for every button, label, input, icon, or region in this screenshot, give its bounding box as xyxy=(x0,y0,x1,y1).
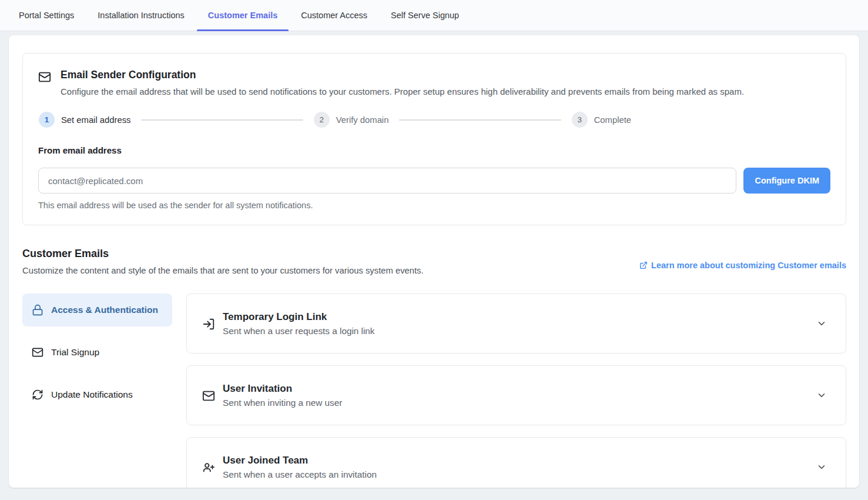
mail-icon xyxy=(38,71,51,96)
tab-bar: Portal Settings Installation Instruction… xyxy=(0,0,868,31)
customer-emails-title: Customer Emails xyxy=(22,248,424,260)
tab-portal-settings[interactable]: Portal Settings xyxy=(8,0,85,31)
email-sender-description: Configure the email address that will be… xyxy=(61,86,744,96)
step-label: Complete xyxy=(594,115,631,125)
template-subtitle: Sent when a user requests a login link xyxy=(223,326,809,336)
sidebar-item-access-authentication[interactable]: Access & Authentication xyxy=(22,294,172,326)
template-title: User Invitation xyxy=(223,383,809,395)
mail-icon xyxy=(32,346,43,358)
template-card-user-invitation[interactable]: User Invitation Sent when inviting a new… xyxy=(186,365,846,425)
learn-more-link[interactable]: Learn more about customizing Customer em… xyxy=(639,261,846,270)
tab-installation-instructions[interactable]: Installation Instructions xyxy=(86,0,196,31)
from-email-label: From email address xyxy=(38,145,830,155)
step-verify-domain: 2 Verify domain xyxy=(314,112,389,128)
step-number: 1 xyxy=(39,112,55,128)
refresh-icon xyxy=(32,389,43,401)
from-email-helper-text: This email address will be used as the s… xyxy=(38,201,830,210)
configure-dkim-button[interactable]: Configure DKIM xyxy=(743,168,830,194)
email-category-sidebar: Access & Authentication Trial Signup Upd… xyxy=(22,294,172,488)
email-sender-card: Email Sender Configuration Configure the… xyxy=(22,53,846,225)
tab-customer-access[interactable]: Customer Access xyxy=(290,0,378,31)
sidebar-item-label: Update Notifications xyxy=(51,388,133,402)
template-subtitle: Sent when inviting a new user xyxy=(223,398,809,408)
sidebar-item-label: Trial Signup xyxy=(51,345,99,359)
external-link-icon xyxy=(639,261,648,269)
learn-more-label: Learn more about customizing Customer em… xyxy=(651,261,846,270)
template-title: User Joined Team xyxy=(223,455,809,466)
lock-icon xyxy=(32,304,43,316)
step-label: Set email address xyxy=(61,115,130,125)
chevron-down-icon[interactable] xyxy=(816,390,827,401)
from-email-input[interactable] xyxy=(38,168,736,194)
stepper: 1 Set email address 2 Verify domain 3 Co… xyxy=(39,112,631,128)
step-set-email-address: 1 Set email address xyxy=(39,112,130,128)
tab-self-serve-signup[interactable]: Self Serve Signup xyxy=(380,0,470,31)
template-card-user-joined-team[interactable]: User Joined Team Sent when a user accept… xyxy=(186,437,846,488)
user-plus-icon xyxy=(202,461,215,474)
email-sender-title: Email Sender Configuration xyxy=(61,69,744,81)
template-subtitle: Sent when a user accepts an invitation xyxy=(223,469,809,480)
mail-icon xyxy=(202,389,215,402)
step-number: 2 xyxy=(314,112,330,128)
step-connector xyxy=(141,119,303,121)
sidebar-item-trial-signup[interactable]: Trial Signup xyxy=(22,336,172,369)
login-icon xyxy=(202,318,215,331)
step-number: 3 xyxy=(572,112,588,128)
template-list: Temporary Login Link Sent when a user re… xyxy=(186,294,846,488)
template-card-temporary-login-link[interactable]: Temporary Login Link Sent when a user re… xyxy=(186,294,846,354)
step-complete: 3 Complete xyxy=(572,112,631,128)
customer-emails-description: Customize the content and style of the e… xyxy=(22,266,424,275)
sidebar-item-label: Access & Authentication xyxy=(51,303,158,317)
sidebar-item-update-notifications[interactable]: Update Notifications xyxy=(22,378,172,411)
step-label: Verify domain xyxy=(336,115,389,125)
main-panel: Email Sender Configuration Configure the… xyxy=(9,35,859,488)
tab-customer-emails[interactable]: Customer Emails xyxy=(197,0,289,31)
chevron-down-icon[interactable] xyxy=(816,462,827,472)
template-title: Temporary Login Link xyxy=(223,311,809,323)
chevron-down-icon[interactable] xyxy=(816,318,827,329)
step-connector xyxy=(399,119,561,121)
